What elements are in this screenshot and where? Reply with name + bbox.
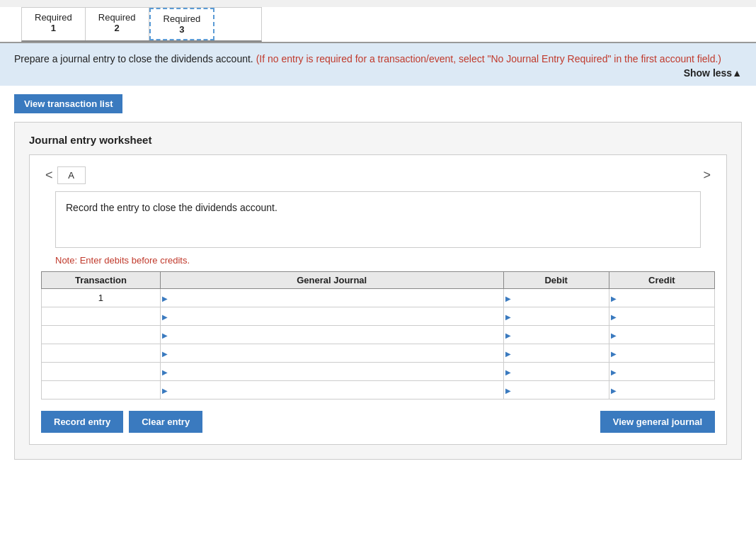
tab-2-bottom-label: 2 bbox=[98, 23, 136, 33]
general-journal-cell-5[interactable]: ▶ bbox=[160, 363, 503, 381]
worksheet-inner: < A > Record the entry to close the divi… bbox=[29, 154, 727, 445]
general-journal-cell-6[interactable]: ▶ bbox=[160, 381, 503, 400]
table-row: ▶ ▶ ▶ bbox=[42, 381, 715, 400]
general-journal-cell-1[interactable]: ▶ bbox=[160, 289, 503, 307]
arrow-icon-credit-4: ▶ bbox=[611, 349, 617, 357]
instruction-text: Prepare a journal entry to close the div… bbox=[14, 53, 742, 64]
credit-cell-5[interactable]: ▶ bbox=[609, 363, 714, 381]
arrow-icon-gj-2: ▶ bbox=[162, 312, 168, 320]
col-header-debit: Debit bbox=[503, 272, 609, 289]
arrow-icon-gj-4: ▶ bbox=[162, 349, 168, 357]
debit-input-3[interactable] bbox=[504, 326, 609, 344]
credit-cell-1[interactable]: ▶ bbox=[609, 289, 714, 307]
arrow-icon-credit-5: ▶ bbox=[611, 368, 617, 375]
debit-input-1[interactable] bbox=[504, 289, 609, 307]
transaction-num-5 bbox=[42, 363, 161, 381]
view-general-journal-button[interactable]: View general journal bbox=[600, 411, 715, 433]
prev-tab-button[interactable]: < bbox=[41, 168, 57, 183]
transaction-num-1: 1 bbox=[42, 289, 161, 307]
page-wrapper: Required 1 Required 2 Required 3 Prepare… bbox=[0, 7, 756, 544]
credit-cell-3[interactable]: ▶ bbox=[609, 326, 714, 344]
debit-cell-2[interactable]: ▶ bbox=[503, 307, 609, 326]
transaction-num-6 bbox=[42, 381, 161, 400]
tab-1-top-label: Required bbox=[35, 12, 72, 23]
credit-input-5[interactable] bbox=[609, 363, 714, 380]
credit-input-6[interactable] bbox=[609, 381, 714, 399]
debit-input-2[interactable] bbox=[504, 307, 609, 325]
arrow-icon-credit-6: ▶ bbox=[611, 386, 617, 394]
general-journal-input-6[interactable] bbox=[161, 381, 503, 399]
arrow-icon-credit-2: ▶ bbox=[611, 312, 617, 320]
tab-nav-row: < A > bbox=[41, 166, 715, 184]
worksheet-title: Journal entry worksheet bbox=[29, 134, 727, 146]
credit-input-1[interactable] bbox=[609, 289, 714, 307]
debit-input-6[interactable] bbox=[504, 381, 609, 399]
view-transaction-list-button[interactable]: View transaction list bbox=[14, 94, 122, 113]
debit-cell-4[interactable]: ▶ bbox=[503, 344, 609, 363]
arrow-icon-debit-3: ▶ bbox=[505, 331, 511, 339]
description-box: Record the entry to close the dividends … bbox=[55, 191, 701, 248]
tab-required-3[interactable]: Required 3 bbox=[149, 8, 215, 40]
debit-cell-5[interactable]: ▶ bbox=[503, 363, 609, 381]
general-journal-input-2[interactable] bbox=[161, 307, 503, 325]
clear-entry-button[interactable]: Clear entry bbox=[129, 411, 202, 433]
description-text: Record the entry to close the dividends … bbox=[66, 202, 277, 213]
general-journal-input-5[interactable] bbox=[161, 363, 503, 380]
tab-2-top-label: Required bbox=[98, 12, 136, 23]
instruction-red: (If no entry is required for a transacti… bbox=[256, 53, 721, 64]
arrow-icon-credit-3: ▶ bbox=[611, 331, 617, 339]
table-row: ▶ ▶ ▶ bbox=[42, 326, 715, 344]
tab-a-button[interactable]: A bbox=[57, 166, 86, 184]
arrow-icon-debit-6: ▶ bbox=[505, 386, 511, 394]
transaction-num-4 bbox=[42, 344, 161, 363]
transaction-num-3 bbox=[42, 326, 161, 344]
instruction-main: Prepare a journal entry to close the div… bbox=[14, 53, 253, 64]
journal-entry-worksheet: Journal entry worksheet < A > Record the… bbox=[14, 122, 742, 460]
col-header-transaction: Transaction bbox=[42, 272, 161, 289]
transaction-num-2 bbox=[42, 307, 161, 326]
arrow-icon-debit-1: ▶ bbox=[505, 294, 511, 302]
tabs-row: Required 1 Required 2 Required 3 bbox=[21, 7, 262, 42]
tab-required-1[interactable]: Required 1 bbox=[22, 8, 86, 40]
buttons-row: Record entry Clear entry View general jo… bbox=[41, 411, 715, 433]
general-journal-cell-4[interactable]: ▶ bbox=[160, 344, 503, 363]
table-row: ▶ ▶ ▶ bbox=[42, 307, 715, 326]
general-journal-cell-2[interactable]: ▶ bbox=[160, 307, 503, 326]
tab-3-top-label: Required bbox=[164, 13, 201, 24]
debit-input-5[interactable] bbox=[504, 363, 609, 380]
credit-cell-2[interactable]: ▶ bbox=[609, 307, 714, 326]
tab-3-bottom-label: 3 bbox=[164, 24, 201, 35]
tab-required-2[interactable]: Required 2 bbox=[86, 8, 149, 40]
record-entry-button[interactable]: Record entry bbox=[41, 411, 123, 433]
next-tab-button[interactable]: > bbox=[699, 168, 715, 183]
col-header-credit: Credit bbox=[609, 272, 714, 289]
credit-cell-6[interactable]: ▶ bbox=[609, 381, 714, 400]
arrow-icon-gj-5: ▶ bbox=[162, 368, 168, 375]
debit-cell-6[interactable]: ▶ bbox=[503, 381, 609, 400]
journal-table: Transaction General Journal Debit Credit… bbox=[41, 271, 715, 400]
arrow-icon-gj-6: ▶ bbox=[162, 386, 168, 394]
arrow-icon-debit-5: ▶ bbox=[505, 368, 511, 375]
tab-1-bottom-label: 1 bbox=[35, 23, 72, 33]
credit-input-2[interactable] bbox=[609, 307, 714, 325]
general-journal-input-4[interactable] bbox=[161, 344, 503, 362]
general-journal-input-1[interactable] bbox=[161, 289, 503, 307]
buttons-left: Record entry Clear entry bbox=[41, 411, 202, 433]
general-journal-input-3[interactable] bbox=[161, 326, 503, 344]
credit-cell-4[interactable]: ▶ bbox=[609, 344, 714, 363]
arrow-icon-gj-1: ▶ bbox=[162, 294, 168, 302]
show-less-button[interactable]: Show less▲ bbox=[684, 67, 742, 79]
arrow-icon-debit-2: ▶ bbox=[505, 312, 511, 320]
credit-input-3[interactable] bbox=[609, 326, 714, 344]
arrow-icon-credit-1: ▶ bbox=[611, 294, 617, 302]
debit-input-4[interactable] bbox=[504, 344, 609, 362]
credit-input-4[interactable] bbox=[609, 344, 714, 362]
debit-cell-3[interactable]: ▶ bbox=[503, 326, 609, 344]
note-text: Note: Enter debits before credits. bbox=[55, 255, 701, 266]
debit-cell-1[interactable]: ▶ bbox=[503, 289, 609, 307]
general-journal-cell-3[interactable]: ▶ bbox=[160, 326, 503, 344]
table-row: 1 ▶ ▶ ▶ bbox=[42, 289, 715, 307]
arrow-icon-debit-4: ▶ bbox=[505, 349, 511, 357]
arrow-icon-gj-3: ▶ bbox=[162, 331, 168, 339]
col-header-general-journal: General Journal bbox=[160, 272, 503, 289]
